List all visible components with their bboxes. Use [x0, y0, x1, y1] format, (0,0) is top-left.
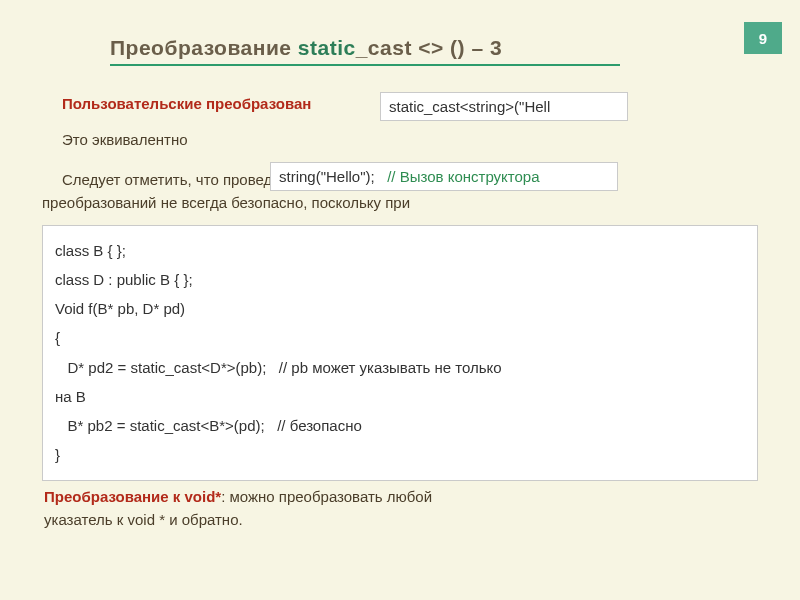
code-line-6: на B: [55, 382, 745, 411]
code-block: class B { }; class D : public B { }; Voi…: [42, 225, 758, 481]
subheading-user-conversion: Пользовательские преобразован: [62, 95, 311, 112]
void-rest2: указатель к void * и обратно.: [44, 511, 243, 528]
slide-title-wrap: Преобразование static_cast <> () – 3: [110, 36, 620, 66]
line-equivalent: Это эквивалентно string("Hello"); // Выз…: [42, 128, 758, 160]
code-line-8: }: [55, 440, 745, 469]
equivalent-lead: Это эквивалентно: [62, 131, 188, 148]
page-number-text: 9: [759, 30, 767, 47]
code-line-3: Void f(B* pb, D* pd): [55, 294, 745, 323]
paragraph-void: Преобразование к void*: можно преобразов…: [44, 485, 758, 532]
line-user-conversion: Пользовательские преобразован static_cas…: [42, 92, 758, 122]
code-inline-constructor: string("Hello"); // Вызов конструктора: [270, 162, 618, 191]
void-rest: : можно преобразовать любой: [221, 488, 432, 505]
code-line-5: D* pd2 = static_cast<D*>(pb); // pb може…: [55, 353, 745, 382]
void-heading: Преобразование к void*: [44, 488, 221, 505]
code-inline-static-cast: static_cast<string>("Hell: [380, 92, 628, 121]
title-prefix: Преобразование: [110, 36, 298, 59]
title-suffix: _cast <> () – 3: [356, 36, 502, 59]
code-line-7: B* pb2 = static_cast<B*>(pd); // безопас…: [55, 411, 745, 440]
constructor-code: string("Hello");: [279, 168, 375, 185]
title-keyword: static: [298, 36, 356, 59]
para-rest: преобразований не всегда безопасно, поск…: [42, 194, 410, 211]
slide-title: Преобразование static_cast <> () – 3: [110, 36, 620, 60]
code-line-1: class B { };: [55, 236, 745, 265]
slide-content: Пользовательские преобразован static_cas…: [0, 92, 800, 531]
page-number: 9: [744, 22, 782, 54]
code-line-4: {: [55, 323, 745, 352]
constructor-comment: // Вызов конструктора: [387, 168, 539, 185]
code-line-2: class D : public B { };: [55, 265, 745, 294]
